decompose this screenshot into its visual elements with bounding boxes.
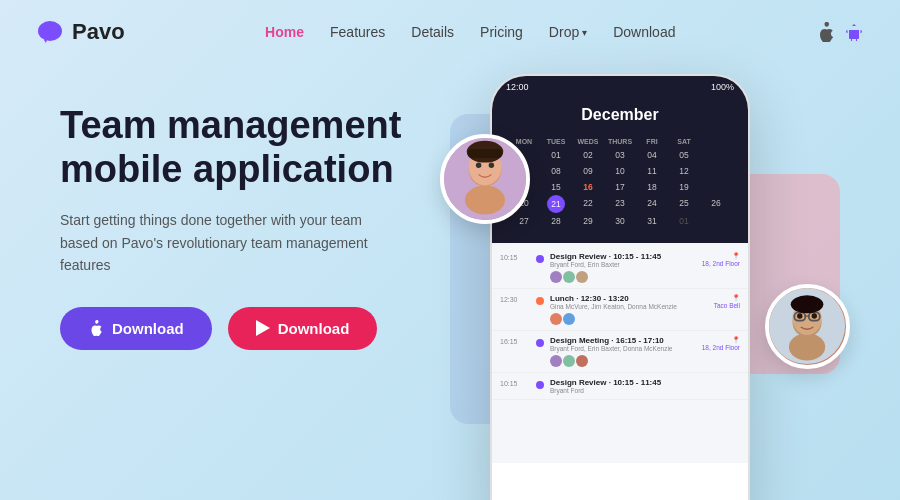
google-download-button[interactable]: Download — [228, 307, 378, 350]
event-color-dot — [536, 297, 544, 305]
svg-marker-2 — [256, 320, 270, 336]
event-color-dot — [536, 255, 544, 263]
event-color-dot — [536, 381, 544, 389]
svg-point-0 — [38, 21, 62, 41]
event-time: 16:15 — [500, 336, 530, 345]
apple-download-button[interactable]: Download — [60, 307, 212, 350]
hero-title: Team management mobile application — [60, 104, 480, 191]
nav-details[interactable]: Details — [411, 24, 454, 40]
avatar — [576, 355, 588, 367]
nav-drop[interactable]: Drop ▾ — [549, 24, 587, 40]
avatar — [550, 355, 562, 367]
event-item-2[interactable]: 12:30 Lunch · 12:30 - 13:20 Gina McVure,… — [492, 289, 748, 331]
event-item-3[interactable]: 16:15 Design Meeting · 16:15 - 17:10 Bry… — [492, 331, 748, 373]
avatar — [550, 271, 562, 283]
hero-text: Team management mobile application Start… — [60, 84, 480, 350]
phone-mockup-area: 12:00 100% December MON TUES WEDS THURS … — [420, 54, 860, 500]
event-location: 📍18, 2nd Floor — [690, 336, 740, 351]
event-time: 10:15 — [500, 252, 530, 261]
nav-platform-icons — [816, 22, 864, 42]
nav-links: Home Features Details Pricing Drop ▾ Dow… — [265, 24, 675, 40]
svg-rect-10 — [468, 149, 503, 158]
cal-week-4: 20 21 22 23 24 25 26 — [508, 195, 732, 213]
svg-point-13 — [789, 333, 825, 360]
calendar-month: December — [506, 106, 734, 124]
cal-week-2: 07 08 09 10 11 12 — [508, 163, 732, 179]
event-location: 📍18, 2nd Floor — [690, 252, 740, 267]
cal-week-1: 01 02 03 04 05 — [508, 147, 732, 163]
event-people: Bryant Ford — [550, 387, 740, 394]
event-people: Bryant Ford, Erin Baxter — [550, 261, 684, 268]
event-details: Lunch · 12:30 - 13:20 Gina McVure, Jim K… — [550, 294, 684, 325]
events-list: 10:15 Design Review · 10:15 - 11:45 Brya… — [492, 243, 748, 463]
phone-time: 12:00 — [506, 82, 529, 92]
event-item-4[interactable]: 10:15 Design Review · 10:15 - 11:45 Brya… — [492, 373, 748, 400]
hero-section: Team management mobile application Start… — [0, 64, 900, 484]
hero-subtitle: Start getting things done together with … — [60, 209, 400, 276]
event-time: 10:15 — [500, 378, 530, 387]
calendar-grid: MON TUES WEDS THURS FRI SAT 01 02 03 04 — [506, 132, 734, 233]
logo-text: Pavo — [72, 19, 125, 45]
nav-pricing[interactable]: Pricing — [480, 24, 523, 40]
event-details: Design Meeting · 16:15 - 17:10 Bryant Fo… — [550, 336, 684, 367]
svg-point-19 — [812, 313, 817, 318]
avatar — [563, 271, 575, 283]
nav-features[interactable]: Features — [330, 24, 385, 40]
event-color-dot — [536, 339, 544, 347]
play-btn-icon — [256, 320, 270, 336]
event-people: Gina McVure, Jim Keaton, Donna McKenzie — [550, 303, 684, 310]
svg-point-5 — [465, 185, 505, 214]
avatar — [576, 271, 588, 283]
event-avatars — [550, 313, 684, 325]
svg-point-8 — [489, 163, 494, 168]
chevron-down-icon: ▾ — [582, 27, 587, 38]
float-avatar-man — [765, 284, 850, 369]
calendar-screen: December MON TUES WEDS THURS FRI SAT 01 — [492, 98, 748, 243]
event-time: 12:30 — [500, 294, 530, 303]
calendar-day-headers: MON TUES WEDS THURS FRI SAT — [508, 136, 732, 147]
navbar: Pavo Home Features Details Pricing Drop … — [0, 0, 900, 64]
avatar — [563, 313, 575, 325]
nav-home[interactable]: Home — [265, 24, 304, 40]
svg-point-18 — [797, 313, 802, 318]
avatar — [563, 355, 575, 367]
apple-btn-icon — [88, 320, 104, 336]
svg-point-7 — [476, 163, 481, 168]
hero-buttons: Download Download — [60, 307, 480, 350]
event-item-1[interactable]: 10:15 Design Review · 10:15 - 11:45 Brya… — [492, 247, 748, 289]
logo[interactable]: Pavo — [36, 18, 125, 46]
woman-face-svg — [444, 138, 526, 220]
event-title: Lunch · 12:30 - 13:20 — [550, 294, 684, 303]
event-location: 📍Taco Bell — [690, 294, 740, 309]
man-face-svg — [769, 288, 846, 365]
event-avatars — [550, 271, 684, 283]
cal-week-5: 27 28 29 30 31 01 — [508, 213, 732, 229]
event-title: Design Meeting · 16:15 - 17:10 — [550, 336, 684, 345]
event-avatars — [550, 355, 684, 367]
android-nav-icon[interactable] — [844, 22, 864, 42]
event-title: Design Review · 10:15 - 11:45 — [550, 378, 740, 387]
logo-icon — [36, 18, 64, 46]
nav-download[interactable]: Download — [613, 24, 675, 40]
phone-battery: 100% — [711, 82, 734, 92]
apple-nav-icon[interactable] — [816, 22, 836, 42]
float-avatar-woman — [440, 134, 530, 224]
event-details: Design Review · 10:15 - 11:45 Bryant For… — [550, 378, 740, 394]
svg-point-20 — [791, 295, 824, 313]
event-people: Bryant Ford, Erin Baxter, Donna McKenzie — [550, 345, 684, 352]
cal-week-3: 14 15 16 17 18 19 — [508, 179, 732, 195]
phone-device: 12:00 100% December MON TUES WEDS THURS … — [490, 74, 750, 500]
phone-status-bar: 12:00 100% — [492, 76, 748, 98]
event-title: Design Review · 10:15 - 11:45 — [550, 252, 684, 261]
avatar — [550, 313, 562, 325]
event-details: Design Review · 10:15 - 11:45 Bryant For… — [550, 252, 684, 283]
